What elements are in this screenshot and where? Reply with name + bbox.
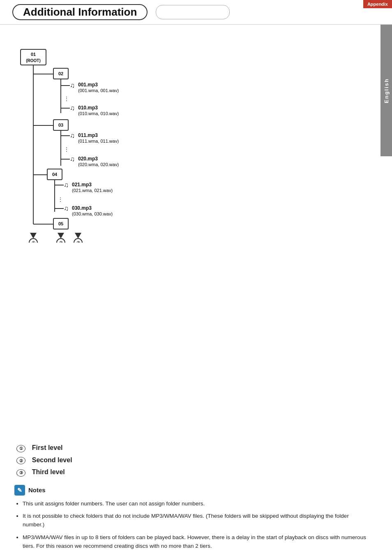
svg-text:⋮: ⋮ [64, 146, 69, 153]
list-item: It is not possible to check folders that… [23, 512, 367, 529]
svg-text:01: 01 [31, 52, 36, 57]
level-2-num: ② [16, 457, 25, 464]
svg-text:♫: ♫ [70, 104, 75, 111]
svg-marker-46 [30, 233, 37, 239]
svg-text:02: 02 [58, 71, 63, 76]
svg-text:③: ③ [76, 241, 80, 243]
svg-text:②: ② [59, 241, 63, 243]
svg-marker-52 [75, 233, 81, 239]
svg-text:(001.wma, 001.wav): (001.wma, 001.wav) [78, 88, 119, 93]
level-item-2: ② Second level [16, 456, 367, 465]
svg-text:♫: ♫ [64, 205, 69, 212]
notes-icon: ✎ [14, 485, 25, 496]
svg-text:♫: ♫ [64, 181, 69, 188]
svg-text:(021.wma, 021.wav): (021.wma, 021.wav) [72, 188, 113, 193]
svg-text:⋮: ⋮ [58, 196, 63, 203]
svg-text:(010.wma, 010.wav): (010.wma, 010.wav) [78, 111, 119, 116]
list-item: MP3/WMA/WAV files in up to 8 tiers of fo… [23, 533, 367, 551]
title-box: Additional Information [12, 4, 148, 20]
appendix-tab: Appendix [363, 0, 392, 8]
level-item-1: ① First level [16, 444, 367, 452]
svg-text:(ROOT): (ROOT) [26, 58, 41, 63]
svg-text:♫: ♫ [70, 155, 75, 162]
page-header: Additional Information Appendix [0, 0, 392, 25]
english-label: English [383, 78, 390, 103]
tree-diagram: 01 (ROOT) 02 ♫ 001.mp3 (001.wma, 001.wav… [16, 41, 367, 239]
notes-section: ✎ Notes This unit assigns folder numbers… [12, 485, 367, 556]
svg-text:05: 05 [58, 221, 63, 226]
svg-text:011.mp3: 011.mp3 [78, 132, 98, 138]
svg-text:♫: ♫ [70, 82, 75, 89]
svg-text:(011.wma, 011.wav): (011.wma, 011.wav) [78, 139, 119, 144]
english-sidebar: English [380, 25, 392, 156]
level-item-3: ③ Third level [16, 468, 367, 477]
main-content: 01 (ROOT) 02 ♫ 001.mp3 (001.wma, 001.wav… [0, 25, 392, 556]
svg-text:(030.wma, 030.wav): (030.wma, 030.wav) [72, 211, 113, 216]
svg-text:010.mp3: 010.mp3 [78, 105, 98, 111]
svg-text:03: 03 [58, 123, 63, 127]
page-title: Additional Information [23, 6, 137, 19]
notes-list: This unit assigns folder numbers. The us… [14, 500, 367, 556]
svg-text:030.mp3: 030.mp3 [72, 205, 92, 211]
svg-text:⋮: ⋮ [64, 95, 69, 102]
svg-text:①: ① [32, 241, 35, 243]
svg-text:021.mp3: 021.mp3 [72, 182, 92, 188]
svg-text:020.mp3: 020.mp3 [78, 156, 98, 162]
header-right-box [156, 5, 230, 19]
notes-title: Notes [28, 486, 46, 493]
svg-text:(020.wma, 020.wav): (020.wma, 020.wav) [78, 162, 119, 167]
tree-svg: 01 (ROOT) 02 ♫ 001.mp3 (001.wma, 001.wav… [16, 41, 189, 243]
level-3-label: Third level [32, 468, 65, 476]
level-1-label: First level [32, 444, 63, 452]
notes-header: ✎ Notes [14, 485, 367, 496]
svg-text:001.mp3: 001.mp3 [78, 82, 98, 88]
svg-text:♫: ♫ [70, 132, 75, 139]
level-1-num: ① [16, 445, 25, 452]
list-item: This unit assigns folder numbers. The us… [23, 500, 367, 508]
svg-text:04: 04 [52, 172, 58, 177]
level-3-num: ③ [16, 469, 25, 477]
svg-marker-49 [58, 233, 64, 239]
level-2-label: Second level [32, 456, 72, 464]
level-section: ① First level ② Second level ③ Third lev… [12, 444, 367, 477]
